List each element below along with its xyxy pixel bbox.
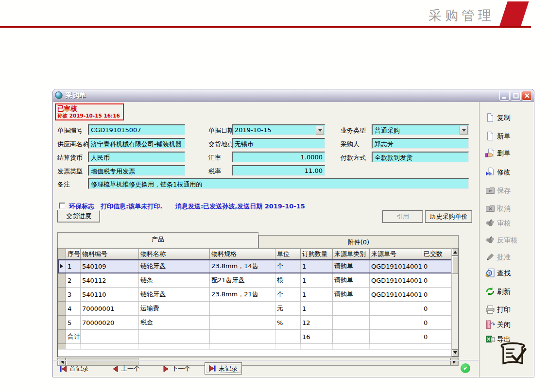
doc-date-field[interactable]: 2019-10-15 bbox=[232, 124, 325, 135]
toolbar-button-copy-doc[interactable]: 复制 bbox=[485, 111, 534, 125]
column-header[interactable]: 物料名称 bbox=[139, 249, 210, 259]
table-cell[interactable] bbox=[370, 330, 422, 344]
table-cell[interactable] bbox=[210, 344, 275, 350]
table-row[interactable]: 1540109链轮牙盘23.8mm，14齿个1请购单QGD1910140010 bbox=[58, 259, 452, 273]
table-cell[interactable]: % bbox=[275, 316, 301, 330]
tab-attachments[interactable]: 附件(0) bbox=[258, 235, 459, 248]
table-cell[interactable]: 链轮牙盘 bbox=[139, 259, 210, 273]
invoice-type-field[interactable]: 增值税专用发票 bbox=[88, 165, 185, 176]
table-cell[interactable] bbox=[210, 302, 275, 316]
table-row[interactable]: 3540110链轮牙盘23.8mm，21齿个1请购单QGD1910140010 bbox=[58, 288, 452, 302]
column-header[interactable]: 来源单类别 bbox=[333, 249, 370, 259]
table-cell[interactable]: 4 bbox=[66, 302, 81, 316]
table-cell[interactable]: 16 bbox=[301, 330, 333, 344]
table-cell[interactable] bbox=[275, 330, 301, 344]
table-cell[interactable]: 0 bbox=[422, 302, 452, 316]
total-row[interactable]: 合计160 bbox=[58, 330, 452, 344]
table-cell[interactable]: 1 bbox=[301, 302, 333, 316]
table-cell[interactable]: QGD191014001 bbox=[370, 273, 422, 288]
exchange-rate-field[interactable]: 1.0000 bbox=[232, 152, 325, 162]
table-cell[interactable]: 540110 bbox=[81, 288, 139, 302]
table-cell[interactable]: 0 bbox=[422, 330, 452, 344]
table-cell[interactable]: 链轮牙盘 bbox=[139, 288, 210, 302]
table-cell[interactable] bbox=[81, 344, 139, 350]
table-cell[interactable]: 0 bbox=[422, 259, 452, 273]
column-header[interactable]: 订购数量 bbox=[301, 249, 333, 259]
toolbar-button-unaudit[interactable]: 反审核 bbox=[485, 234, 534, 247]
table-cell[interactable]: 1 bbox=[301, 273, 333, 288]
table-cell[interactable]: 3 bbox=[66, 288, 81, 302]
table-cell[interactable] bbox=[81, 330, 139, 344]
scroll-up-icon[interactable] bbox=[452, 248, 458, 256]
table-cell[interactable]: 540112 bbox=[81, 273, 139, 288]
toolbar-button-approve[interactable]: 批准 bbox=[485, 251, 534, 264]
table-cell[interactable]: 12 bbox=[301, 316, 333, 330]
table-cell[interactable] bbox=[139, 330, 210, 344]
eco-mark-checkbox[interactable] bbox=[59, 203, 65, 209]
table-cell[interactable]: 运输费 bbox=[139, 302, 210, 316]
first-record-button[interactable]: 首记录 bbox=[60, 364, 88, 373]
biz-type-field[interactable]: 普通采购 bbox=[372, 124, 469, 135]
delivery-place-field[interactable]: 无锡市 bbox=[232, 138, 325, 149]
toolbar-button-save[interactable]: 保存 bbox=[485, 184, 534, 198]
delivery-progress-button[interactable]: 交货进度 bbox=[57, 210, 100, 222]
table-cell[interactable]: 0 bbox=[422, 288, 452, 302]
table-cell[interactable]: 540109 bbox=[81, 259, 139, 273]
table-cell[interactable]: 个 bbox=[275, 288, 301, 302]
table-cell[interactable]: 23.8mm，14齿 bbox=[210, 259, 275, 273]
table-cell[interactable]: 个 bbox=[275, 259, 301, 273]
last-record-button[interactable]: 末记录 bbox=[205, 362, 242, 375]
toolbar-button-search[interactable]: 1查找 bbox=[485, 267, 534, 280]
table-row[interactable]: 570000020税金%120 bbox=[58, 316, 452, 330]
empty-row[interactable] bbox=[58, 344, 452, 350]
table-cell[interactable]: 0 bbox=[422, 316, 452, 330]
biz-type-dropdown-icon[interactable] bbox=[460, 126, 468, 135]
quote-button[interactable]: 引用 bbox=[382, 210, 423, 223]
column-header[interactable]: 序号 bbox=[66, 249, 81, 259]
table-cell[interactable]: 5 bbox=[66, 316, 81, 330]
column-header[interactable]: 已交数 bbox=[422, 249, 452, 259]
table-cell[interactable]: 链条 bbox=[139, 273, 210, 288]
table-cell[interactable]: 1 bbox=[301, 288, 333, 302]
table-cell[interactable]: 根 bbox=[275, 273, 301, 288]
toolbar-button-refresh[interactable]: 刷新 bbox=[485, 285, 534, 299]
toolbar-button-delete-doc[interactable]: 删单 bbox=[485, 147, 534, 160]
doc-no-field[interactable]: CGD191015007 bbox=[88, 124, 185, 135]
table-cell[interactable]: QGD191014001 bbox=[370, 259, 422, 273]
table-cell[interactable]: 请购单 bbox=[333, 273, 370, 288]
doc-date-dropdown-icon[interactable] bbox=[316, 126, 324, 135]
table-cell[interactable] bbox=[139, 344, 210, 350]
toolbar-button-audit[interactable]: 审核 bbox=[485, 217, 534, 230]
table-cell[interactable]: 元 bbox=[275, 302, 301, 316]
table-cell[interactable]: 70000001 bbox=[81, 302, 139, 316]
table-cell[interactable] bbox=[333, 330, 370, 344]
payment-field[interactable]: 全款款到发货 bbox=[372, 152, 469, 162]
table-cell[interactable] bbox=[333, 316, 370, 330]
toolbar-button-print[interactable]: 打印 bbox=[485, 303, 534, 317]
toolbar-button-close-door[interactable]: 关闭 bbox=[485, 318, 534, 332]
toolbar-button-new-doc[interactable]: 新单 bbox=[485, 130, 534, 143]
toolbar-button-modify[interactable]: 修改 bbox=[485, 166, 534, 179]
table-cell[interactable]: 23.8mm，21齿 bbox=[210, 288, 275, 302]
scroll-down-icon[interactable] bbox=[452, 349, 458, 357]
toolbar-button-cancel[interactable]: 取消 bbox=[485, 202, 534, 216]
table-cell[interactable]: QGD191014001 bbox=[370, 288, 422, 302]
table-cell[interactable] bbox=[66, 344, 81, 350]
table-vertical-scrollbar[interactable] bbox=[451, 248, 458, 357]
history-price-button[interactable]: 历史采购单价 bbox=[425, 210, 472, 223]
table-row[interactable]: 2540112链条配21齿牙盘根1请购单QGD1910140010 bbox=[58, 273, 452, 288]
next-record-button[interactable]: 下一个 bbox=[163, 364, 190, 373]
close-button[interactable] bbox=[522, 91, 532, 101]
column-header[interactable]: 物料规格 bbox=[210, 249, 275, 259]
table-cell[interactable] bbox=[210, 316, 275, 330]
tab-product[interactable]: 产品 bbox=[57, 232, 258, 248]
table-cell[interactable]: 税金 bbox=[139, 316, 210, 330]
table-cell[interactable]: 合计 bbox=[66, 330, 81, 344]
table-cell[interactable]: 70000020 bbox=[81, 316, 139, 330]
table-cell[interactable] bbox=[275, 344, 301, 350]
table-cell[interactable]: 请购单 bbox=[333, 259, 370, 273]
table-cell[interactable]: 配21齿牙盘 bbox=[210, 273, 275, 288]
prev-record-button[interactable]: 上一个 bbox=[112, 364, 140, 373]
supplier-field[interactable]: 济宁青科机械有限公司-铺装机器 bbox=[88, 138, 185, 149]
table-cell[interactable] bbox=[370, 344, 422, 350]
